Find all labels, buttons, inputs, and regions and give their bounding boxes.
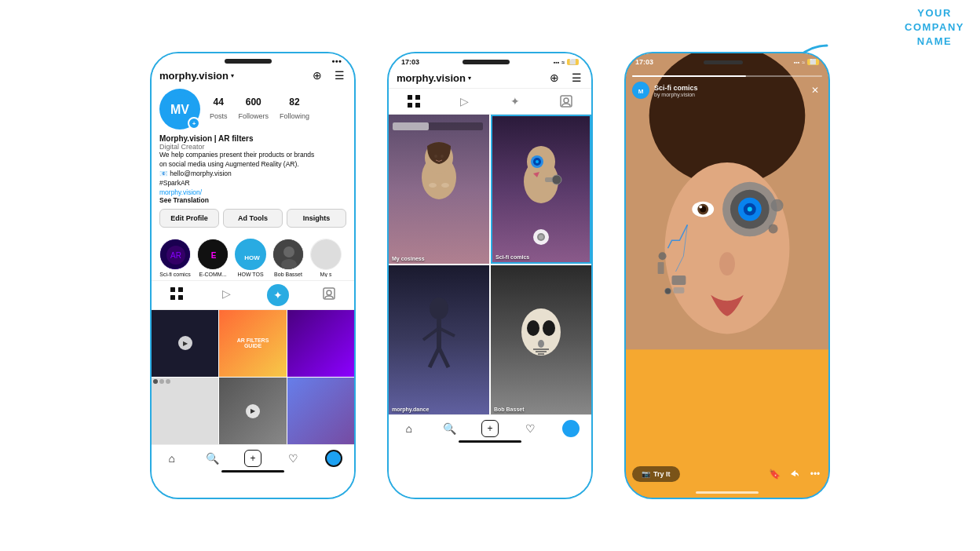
grid-cell-3[interactable] [287,310,354,377]
svg-point-41 [430,297,448,319]
highlight-how[interactable]: HOW HOW TOS [235,239,266,277]
bottom-nav-1: ⌂ 🔍 + ♡ [152,444,354,469]
highlight-sci-fi-label: Sci-fi comics [159,272,190,277]
heart-nav-icon[interactable]: ♡ [285,450,302,467]
svg-rect-23 [415,103,420,108]
profile-category: Digital Creator [159,143,346,151]
content-tab-bar-2: ▷ ✦ [389,88,591,115]
svg-point-38 [552,175,561,184]
add-nav-icon-2[interactable]: + [481,420,499,437]
wifi-icon-3: ≈ [802,60,805,65]
add-post-icon[interactable]: ⊕ [310,68,324,82]
highlight-extra-label: My s [320,272,332,277]
ad-tools-btn[interactable]: Ad Tools [223,209,283,228]
story-text: Sci-fi comics by morphy.vision [654,84,698,97]
username-area-1[interactable]: morphy.vision ▾ [159,70,234,82]
avatar-add-badge[interactable]: + [188,117,200,130]
reels-tab-2[interactable]: ▷ [455,92,474,111]
grid-tab-1[interactable] [167,284,186,303]
menu-icon[interactable]: ☰ [332,68,346,82]
home-bar-3 [696,491,759,494]
profile-bio: Morphy.vision | AR filters Digital Creat… [159,134,346,204]
highlight-sci-fi[interactable]: AR Sci-fi comics [159,239,191,277]
grid-cell-4[interactable] [152,378,218,444]
effect-cell-dance[interactable]: morphy.dance [389,265,489,414]
reels-tab-1[interactable]: ▷ [217,284,236,303]
svg-rect-71 [673,287,684,294]
home-bar-1 [221,470,284,473]
svg-point-72 [665,288,671,294]
page-container: YOUR COMPANY NAME ●●● morphy.vision ▾ [0,0,980,551]
see-translation[interactable]: See Translation [159,196,346,204]
grid-cell-1[interactable]: ▶ [152,310,218,377]
story-close-btn[interactable]: ✕ [808,83,822,97]
svg-point-30 [434,155,437,158]
heart-nav-icon-2[interactable]: ♡ [522,420,539,437]
share-icon[interactable] [788,467,802,481]
dance-label: morphy.dance [392,407,429,412]
dropdown-arrow-1: ▾ [231,72,234,79]
svg-rect-14 [170,287,175,292]
bookmark-icon[interactable]: 🔖 [767,467,781,481]
effects-grid-2: My cosiness [389,115,591,414]
svg-rect-16 [170,295,175,300]
profile-stats: 44 Posts 600 Followers 82 Following [210,97,309,122]
effect-cell-bob[interactable]: Bob Basset [491,265,591,414]
profile-nav-avatar[interactable] [325,450,342,467]
stat-followers[interactable]: 600 Followers [239,97,269,122]
highlight-bob[interactable]: Bob Basset [272,239,304,277]
profile-link[interactable]: morphy.vision/ [159,188,346,196]
highlight-how-label: HOW TOS [237,272,263,277]
signal-icon-3: ▪▪▪ [794,60,799,65]
avatar-wrapper: MV + [159,89,200,130]
story-avatar: M [632,82,649,99]
highlight-extra[interactable]: My s [310,239,342,277]
highlight-ecomm[interactable]: E E-COMM... [197,239,229,277]
effect-cell-scifi[interactable]: Sci-fi comics [491,115,591,264]
tagged-tab-2[interactable] [557,92,576,111]
add-tab-1[interactable]: ✦ [267,284,289,306]
status-bar-2: 17:03 ▪▪▪ ≈ ⬜ [389,53,591,68]
grid-tab-2[interactable] [404,92,423,111]
search-nav-icon-2[interactable]: 🔍 [441,420,458,437]
svg-point-69 [719,252,735,276]
notch-1 [225,59,272,64]
edit-profile-btn[interactable]: Edit Profile [159,209,219,228]
effect-cell-cosiness[interactable]: My cosiness [389,115,489,264]
svg-point-11 [283,246,294,257]
scifi-label: Sci-fi comics [495,254,529,260]
home-nav-icon-2[interactable]: ⌂ [400,420,418,437]
svg-text:AR: AR [170,251,181,260]
tagged-tab-1[interactable] [320,284,338,303]
grid-cell-6[interactable] [287,378,354,444]
add-post-icon-2[interactable]: ⊕ [547,71,561,85]
more-icon[interactable]: ••• [808,467,822,481]
stat-following[interactable]: 82 Following [280,97,309,122]
profile-nav-avatar-2[interactable] [562,420,580,437]
effects-tab-2[interactable]: ✦ [506,92,525,111]
home-nav-icon[interactable]: ⌂ [163,450,181,467]
insights-btn[interactable]: Insights [287,209,346,228]
svg-point-40 [539,235,543,239]
svg-point-48 [527,320,539,336]
try-it-btn[interactable]: 📷 Try It [632,466,680,482]
svg-rect-17 [178,295,183,300]
grid-cell-2[interactable]: AR FILTERSGUIDE [219,310,286,377]
svg-rect-15 [178,287,183,292]
phone-3-screen: 17:03 ▪▪▪ ≈ ⬜ [626,53,828,498]
svg-point-36 [536,160,539,163]
svg-text:E: E [211,251,217,260]
phone-1: ●●● morphy.vision ▾ ⊕ ☰ [150,52,356,499]
grid-cell-5[interactable]: ▶ [219,378,286,444]
highlight-sci-fi-circle: AR [159,239,191,270]
header-icons-2: ⊕ ☰ [547,71,583,85]
profile-top: MV + 44 Posts 600 Followers [159,89,346,130]
full-screen-bg [626,53,828,498]
svg-text:M: M [638,88,644,95]
username-area-2[interactable]: morphy.vision ▾ [397,72,471,84]
signal-icon: ▪▪▪ [554,60,559,65]
story-progress-fill [632,75,746,77]
search-nav-icon[interactable]: 🔍 [203,450,221,467]
add-nav-icon[interactable]: + [244,450,261,467]
menu-icon-2[interactable]: ☰ [569,71,583,85]
